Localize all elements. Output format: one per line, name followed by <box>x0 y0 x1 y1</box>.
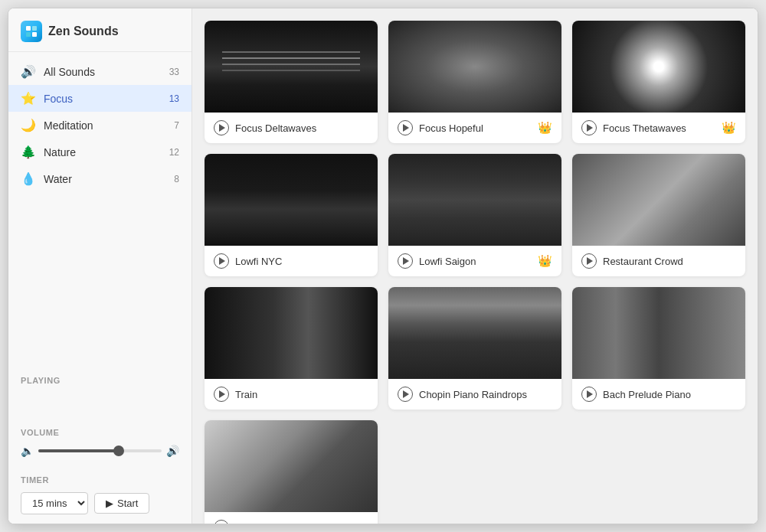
sound-card-chopin-piano[interactable]: Chopin Piano Raindrops <box>388 287 561 410</box>
sound-thumbnail <box>205 154 378 246</box>
water-icon: 💧 <box>21 171 36 186</box>
sound-thumbnail <box>205 21 378 113</box>
svg-rect-1 <box>32 26 37 31</box>
sound-info: Focus Thetawaves👑 <box>572 113 745 143</box>
play-triangle-icon <box>587 124 593 132</box>
sidebar-item-nature[interactable]: 🌲 Nature 12 <box>8 139 192 165</box>
sound-name: Train <box>235 389 368 400</box>
start-button[interactable]: ▶ Start <box>94 493 149 514</box>
sound-card-lowfi-saigon[interactable]: Lowfi Saigon👑 <box>388 154 561 276</box>
sound-info: Focus Deltawaves <box>205 113 378 143</box>
sidebar-item-label: Water <box>44 173 166 185</box>
sidebar-header: Zen Sounds <box>8 8 192 52</box>
start-label: Start <box>117 498 138 509</box>
main-content: Focus DeltawavesFocus Hopeful👑Focus Thet… <box>192 8 758 524</box>
volume-row: 🔈 🔊 <box>21 445 179 457</box>
playing-section-label: PLAYING <box>8 364 192 388</box>
nature-icon: 🌲 <box>21 145 36 159</box>
sound-name: Focus Hopeful <box>419 122 532 134</box>
sound-info: Bach Prelude Piano <box>572 379 745 410</box>
play-button-chopin-piano[interactable] <box>398 387 413 402</box>
volume-label: VOLUME <box>21 428 179 437</box>
sound-thumbnail <box>572 154 745 246</box>
volume-high-icon: 🔊 <box>166 445 179 457</box>
sound-name: Focus Deltawaves <box>235 122 368 134</box>
play-icon: ▶ <box>106 498 113 509</box>
sound-name: Chopin Piano Raindrops <box>419 389 552 400</box>
sound-name: Lowfi NYC <box>235 256 368 267</box>
sidebar-item-all-sounds[interactable]: 🔊 All Sounds 33 <box>8 58 192 85</box>
playing-area <box>8 388 192 419</box>
all-sounds-icon: 🔊 <box>21 64 36 79</box>
sound-thumbnail <box>572 287 745 379</box>
timer-select[interactable]: 15 mins 30 mins 45 mins 60 mins <box>21 492 88 514</box>
play-button-focus-deltawaves[interactable] <box>214 120 229 135</box>
sound-info: Lowfi NYC <box>205 246 378 276</box>
sound-name: Focus Thetawaves <box>603 122 715 134</box>
timer-row: 15 mins 30 mins 45 mins 60 mins ▶ Start <box>21 492 179 514</box>
sound-info: Sleep Soundscape <box>205 512 378 524</box>
timer-section: TIMER 15 mins 30 mins 45 mins 60 mins ▶ … <box>8 466 192 524</box>
volume-slider-fill <box>38 449 119 452</box>
sidebar-item-water[interactable]: 💧 Water 8 <box>8 165 192 192</box>
sound-card-focus-deltawaves[interactable]: Focus Deltawaves <box>205 21 378 143</box>
sidebar-item-label: Meditation <box>44 119 166 132</box>
app-title: Zen Sounds <box>48 24 119 38</box>
play-button-train[interactable] <box>214 387 229 402</box>
play-button-lowfi-saigon[interactable] <box>398 253 413 269</box>
sound-name: Bach Prelude Piano <box>603 389 736 400</box>
play-button-sleep-soundscape[interactable] <box>214 520 229 524</box>
premium-crown-icon: 👑 <box>538 254 552 268</box>
sound-info: Lowfi Saigon👑 <box>388 246 561 276</box>
sidebar-item-count: 33 <box>169 67 179 77</box>
sound-thumbnail <box>572 21 745 113</box>
sound-info: Chopin Piano Raindrops <box>388 379 561 410</box>
volume-section: VOLUME 🔈 🔊 <box>8 419 192 466</box>
sound-info: Focus Hopeful👑 <box>388 113 561 143</box>
sidebar-item-count: 8 <box>174 174 179 184</box>
focus-icon: ⭐ <box>21 91 36 106</box>
sound-name: Sleep Soundscape <box>235 522 368 524</box>
sound-thumbnail <box>205 287 378 379</box>
premium-crown-icon: 👑 <box>722 121 736 135</box>
sound-card-train[interactable]: Train <box>205 287 378 410</box>
sidebar-item-label: Nature <box>44 146 162 158</box>
sidebar-item-count: 13 <box>169 93 179 104</box>
play-button-bach-piano[interactable] <box>581 387 597 402</box>
sound-card-lowfi-nyc[interactable]: Lowfi NYC <box>205 154 378 276</box>
sidebar-item-meditation[interactable]: 🌙 Meditation 7 <box>8 112 192 139</box>
sound-name: Lowfi Saigon <box>419 256 532 267</box>
sound-card-sleep-soundscape[interactable]: Sleep Soundscape <box>205 420 378 524</box>
sound-card-focus-thetawaves[interactable]: Focus Thetawaves👑 <box>572 21 745 143</box>
meditation-icon: 🌙 <box>21 118 36 132</box>
sound-thumbnail <box>388 21 561 113</box>
play-button-lowfi-nyc[interactable] <box>214 253 229 269</box>
play-triangle-icon <box>219 390 225 398</box>
app-window: Zen Sounds 🔊 All Sounds 33 ⭐ Focus 13 🌙 … <box>8 8 758 524</box>
nav-list: 🔊 All Sounds 33 ⭐ Focus 13 🌙 Meditation … <box>8 52 192 364</box>
volume-thumb[interactable] <box>113 446 124 456</box>
sound-name: Restaurant Crowd <box>603 256 736 267</box>
sound-thumbnail <box>205 420 378 512</box>
sound-thumbnail <box>388 154 561 246</box>
premium-crown-icon: 👑 <box>538 121 552 135</box>
sound-thumbnail <box>388 287 561 379</box>
sidebar-item-count: 12 <box>169 147 179 158</box>
app-logo <box>21 21 42 42</box>
sound-info: Restaurant Crowd <box>572 246 745 276</box>
play-triangle-icon <box>219 257 225 265</box>
play-triangle-icon <box>403 257 409 265</box>
play-button-restaurant-crowd[interactable] <box>581 253 597 269</box>
sidebar-item-focus[interactable]: ⭐ Focus 13 <box>8 85 192 112</box>
sound-card-restaurant-crowd[interactable]: Restaurant Crowd <box>572 154 745 276</box>
play-triangle-icon <box>219 124 225 132</box>
sound-card-bach-piano[interactable]: Bach Prelude Piano <box>572 287 745 410</box>
volume-low-icon: 🔈 <box>21 445 34 457</box>
svg-rect-2 <box>26 32 31 37</box>
sidebar-item-count: 7 <box>174 120 179 131</box>
sound-card-focus-hopeful[interactable]: Focus Hopeful👑 <box>388 21 561 143</box>
sound-info: Train <box>205 379 378 410</box>
play-triangle-icon <box>587 390 593 398</box>
play-button-focus-hopeful[interactable] <box>398 120 413 135</box>
play-button-focus-thetawaves[interactable] <box>581 120 597 135</box>
